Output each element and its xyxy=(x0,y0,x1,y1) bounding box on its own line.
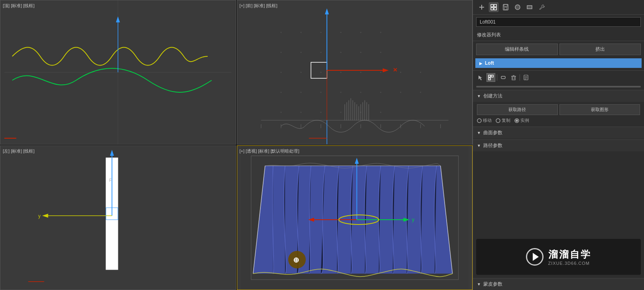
svg-point-18 xyxy=(380,52,381,53)
svg-point-9 xyxy=(320,32,321,33)
save-icon[interactable] xyxy=(501,2,510,12)
path-arrow-icon: ▼ xyxy=(477,143,481,148)
cursor-sub-icon[interactable] xyxy=(476,73,485,82)
radio-move[interactable]: 移动 xyxy=(477,117,492,123)
trash-sub-icon[interactable] xyxy=(509,73,518,82)
rect-fill-icon[interactable] xyxy=(525,2,534,12)
svg-point-38 xyxy=(340,112,341,113)
radio-instance[interactable]: 实例 xyxy=(514,117,529,123)
svg-point-20 xyxy=(300,72,301,73)
svg-rect-110 xyxy=(527,6,532,9)
svg-point-30 xyxy=(340,92,341,93)
svg-rect-113 xyxy=(488,78,490,80)
svg-point-125 xyxy=(496,119,500,123)
surface-params-header[interactable]: ▼ 曲面参数 xyxy=(473,127,644,139)
circle-fill-icon[interactable] xyxy=(513,2,522,12)
surface-arrow-icon: ▼ xyxy=(477,131,481,135)
svg-text:⊕: ⊕ xyxy=(293,256,299,264)
svg-point-7 xyxy=(280,32,282,33)
panel-toolbar xyxy=(473,0,644,15)
svg-rect-115 xyxy=(512,76,515,80)
svg-point-127 xyxy=(516,119,518,122)
creation-method-header[interactable]: ▼ 创建方法 xyxy=(473,90,644,102)
skin-params-section: ▼ 蒙皮参数 xyxy=(473,278,644,290)
svg-point-15 xyxy=(320,52,321,53)
radio-instance-label: 实例 xyxy=(520,117,529,123)
viewport-top[interactable]: [顶] [标准] [线框] xyxy=(0,0,236,145)
get-path-button[interactable]: 获取路径 xyxy=(477,104,558,115)
surface-params-section: ▼ 曲面参数 xyxy=(473,127,644,139)
viewport-front[interactable]: [+] [前] [标准] [线框] xyxy=(237,0,473,145)
skin-arrow-icon: ▼ xyxy=(477,282,481,286)
edit-spline-button[interactable]: 编辑样条线 xyxy=(476,44,558,55)
creation-method-section: ▼ 创建方法 获取路径 获取图形 移动 复制 实例 xyxy=(473,90,644,126)
svg-point-29 xyxy=(320,92,321,93)
svg-rect-111 xyxy=(488,75,490,77)
svg-point-21 xyxy=(320,72,321,73)
svg-rect-103 xyxy=(494,4,496,7)
svg-point-8 xyxy=(300,32,301,33)
pipe-sub-icon[interactable] xyxy=(499,73,508,82)
svg-point-24 xyxy=(380,72,381,73)
slider-row xyxy=(473,84,644,89)
svg-point-19 xyxy=(280,72,282,73)
get-shape-button[interactable]: 获取图形 xyxy=(559,104,640,115)
brand-logo-icon xyxy=(526,248,544,266)
loft-modifier-item[interactable]: ▶ Loft xyxy=(475,58,642,68)
svg-point-22 xyxy=(340,72,341,73)
object-name-input[interactable]: Loft001 xyxy=(476,17,641,27)
svg-rect-108 xyxy=(504,7,507,10)
viewport-left[interactable]: [左] [标准] [线框] y F xyxy=(0,145,236,290)
radio-row: 移动 复制 实例 xyxy=(477,117,640,123)
svg-point-31 xyxy=(360,92,361,93)
path-params-header[interactable]: ▼ 路径参数 xyxy=(473,140,644,151)
svg-rect-6 xyxy=(241,0,468,144)
exit-button[interactable]: 挤出 xyxy=(559,44,641,55)
creation-method-content: 获取路径 获取图形 移动 复制 实例 xyxy=(473,102,644,126)
svg-point-16 xyxy=(340,52,341,53)
modifier-button-row: 编辑样条线 挤出 xyxy=(473,41,644,58)
skin-params-header[interactable]: ▼ 蒙皮参数 xyxy=(473,278,644,290)
brand-watermark: 溜溜自学 ZIXUE.3D66.COM xyxy=(476,239,641,275)
path-params-label: 路径参数 xyxy=(483,142,502,149)
svg-point-27 xyxy=(280,92,282,93)
svg-point-40 xyxy=(380,112,381,113)
wrench-icon[interactable] xyxy=(537,2,546,12)
radio-copy[interactable]: 复制 xyxy=(496,117,510,123)
radio-copy-label: 复制 xyxy=(502,117,510,123)
note-sub-icon[interactable] xyxy=(522,73,530,82)
viewport-perspective[interactable]: [+] [透视] [标准] [默认明暗处理] xyxy=(237,145,473,290)
sub-separator-1 xyxy=(497,74,497,81)
loft-label: Loft xyxy=(485,60,494,66)
radio-move-label: 移动 xyxy=(483,117,492,123)
svg-point-34 xyxy=(420,92,421,93)
svg-text:✕: ✕ xyxy=(392,67,397,73)
svg-point-14 xyxy=(300,52,301,53)
svg-rect-105 xyxy=(494,8,496,10)
layout-icon[interactable] xyxy=(489,2,498,12)
svg-point-11 xyxy=(360,32,361,33)
surface-params-label: 曲面参数 xyxy=(483,129,502,136)
brand-text: 溜溜自学 ZIXUE.3D66.COM xyxy=(548,248,591,266)
svg-rect-114 xyxy=(501,76,505,79)
svg-point-32 xyxy=(380,92,381,93)
svg-point-25 xyxy=(400,72,401,73)
mesh-sub-icon[interactable] xyxy=(486,73,495,82)
sub-separator-2 xyxy=(520,74,520,81)
svg-point-17 xyxy=(360,52,361,53)
svg-text:F: F xyxy=(109,178,112,183)
object-name-field[interactable]: Loft001 xyxy=(476,17,641,27)
modifier-section-label: 修改器列表 xyxy=(477,32,501,38)
svg-point-124 xyxy=(477,119,481,123)
creation-arrow-icon: ▼ xyxy=(477,94,481,98)
slider-bar[interactable] xyxy=(476,86,641,87)
svg-point-23 xyxy=(360,72,361,73)
add-icon[interactable] xyxy=(477,2,486,12)
svg-point-109 xyxy=(515,5,520,10)
right-panel: Loft001 修改器列表 编辑样条线 挤出 ▶ Loft xyxy=(473,0,644,290)
brand-sub-text: ZIXUE.3D66.COM xyxy=(548,261,591,266)
brand-main-text: 溜溜自学 xyxy=(548,248,591,261)
svg-point-37 xyxy=(320,112,321,113)
svg-point-33 xyxy=(400,92,401,93)
svg-rect-112 xyxy=(491,75,493,77)
